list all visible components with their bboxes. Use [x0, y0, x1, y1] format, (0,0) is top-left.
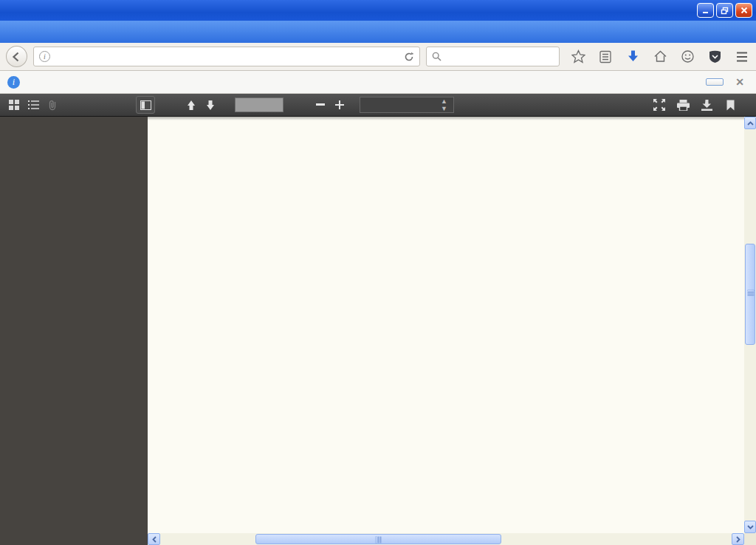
- bookmarks-menu-icon[interactable]: [597, 49, 614, 65]
- back-button[interactable]: [6, 46, 27, 67]
- zoom-out-button[interactable]: [311, 96, 330, 114]
- menu-hamburger-icon[interactable]: [734, 49, 750, 65]
- info-icon: i: [7, 76, 20, 89]
- vertical-scroll-thumb[interactable]: [745, 244, 755, 345]
- previous-page-button[interactable]: [182, 96, 201, 114]
- print-icon[interactable]: [673, 96, 693, 114]
- next-page-button[interactable]: [201, 96, 220, 114]
- search-input[interactable]: [446, 52, 535, 62]
- pocket-shield-icon[interactable]: [707, 49, 723, 65]
- zoom-spinner-icon: ▲▼: [441, 97, 447, 112]
- zoom-select[interactable]: ▲▼: [360, 97, 454, 113]
- vertical-scrollbar[interactable]: [744, 117, 756, 533]
- back-icon: [10, 51, 22, 63]
- minimize-icon: [702, 7, 709, 14]
- scrollbar-corner: [744, 533, 756, 545]
- scroll-up-button[interactable]: [744, 117, 756, 129]
- bookmark-star-icon[interactable]: [570, 49, 586, 65]
- minimize-button[interactable]: [697, 3, 714, 18]
- pdf-toolbar-right: [650, 96, 756, 114]
- close-button[interactable]: [735, 3, 752, 18]
- window-controls: [697, 3, 752, 18]
- attachments-icon[interactable]: [43, 96, 62, 114]
- tab-bar: [0, 21, 756, 43]
- pdf-page-view: [148, 117, 744, 533]
- outline-view-icon[interactable]: [24, 96, 43, 114]
- navigation-toolbar: i: [0, 43, 756, 71]
- home-icon[interactable]: [652, 49, 668, 65]
- sidebar-toggle-button[interactable]: [136, 96, 155, 114]
- pdf-viewer-toolbar: ▲▼: [0, 94, 756, 117]
- scroll-down-button[interactable]: [744, 521, 756, 533]
- notification-close-icon[interactable]: ✕: [735, 76, 744, 88]
- thumbnails-view-icon[interactable]: [4, 96, 24, 114]
- page-info-icon[interactable]: i: [39, 51, 50, 62]
- fullscreen-icon[interactable]: [650, 96, 669, 114]
- reload-icon[interactable]: [404, 52, 414, 62]
- downloads-icon[interactable]: [625, 49, 641, 65]
- schematic-page: [148, 117, 744, 533]
- horizontal-scrollbar[interactable]: [148, 533, 744, 545]
- horizontal-scroll-thumb[interactable]: [255, 534, 501, 544]
- restore-icon: [721, 7, 729, 15]
- close-icon: [740, 7, 748, 14]
- search-bar[interactable]: [426, 47, 560, 66]
- page-number-input[interactable]: [235, 97, 284, 112]
- download-icon[interactable]: [697, 96, 716, 114]
- search-icon: [432, 52, 441, 61]
- scroll-right-button[interactable]: [732, 533, 744, 545]
- url-bar[interactable]: i: [33, 47, 420, 66]
- scroll-left-button[interactable]: [148, 533, 160, 545]
- toolbar-icons: [570, 49, 750, 65]
- thumbnail-sidebar: [0, 117, 148, 545]
- window-titlebar: [0, 0, 756, 21]
- pdf-notification-bar: i ✕: [0, 71, 756, 94]
- restore-button[interactable]: [716, 3, 733, 18]
- toolbar-more-icon[interactable]: [744, 104, 750, 106]
- open-in-other-program-button[interactable]: [706, 78, 724, 86]
- zoom-in-button[interactable]: [330, 96, 349, 114]
- feedback-smiley-icon[interactable]: [679, 49, 695, 65]
- bookmark-ribbon-icon[interactable]: [721, 96, 740, 114]
